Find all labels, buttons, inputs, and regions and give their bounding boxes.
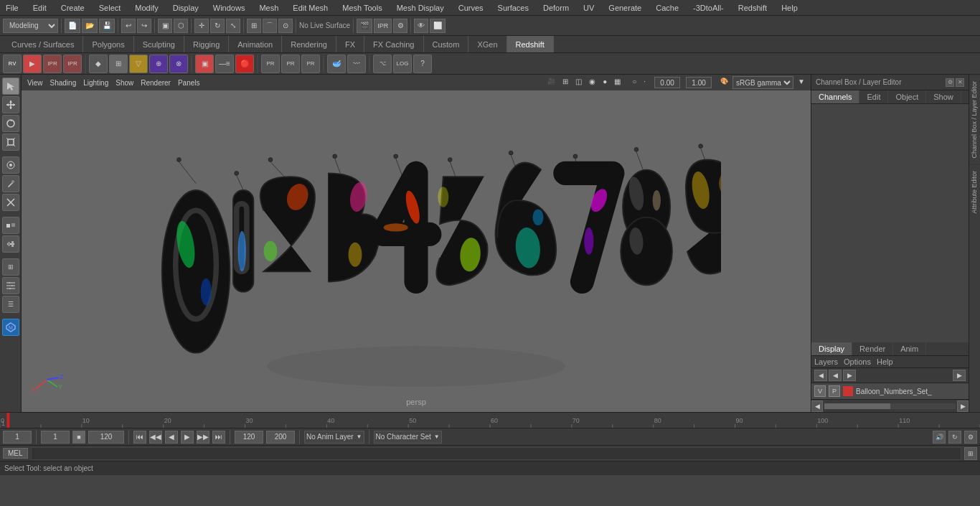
ws-tab-polygons[interactable]: Polygons	[83, 36, 133, 52]
menu-deform[interactable]: Deform	[540, 2, 572, 14]
layer-fwd-btn[interactable]: ▶	[843, 370, 856, 381]
select-tool-btn[interactable]	[2, 78, 19, 95]
no-char-set-dropdown[interactable]: No Character Set	[374, 431, 442, 444]
render-settings-btn[interactable]: ⚙	[393, 19, 407, 33]
vp-vertex[interactable]: ·	[641, 76, 649, 89]
timeline-ruler[interactable]: 1	[0, 413, 980, 428]
color-space-select[interactable]: sRGB gamma	[732, 76, 793, 89]
shelf-icon-code[interactable]: ⌥	[373, 55, 392, 73]
shelf-icon-rs7[interactable]: —≡	[215, 55, 234, 73]
playback-start-btn[interactable]: ⏮	[133, 431, 146, 444]
menu-mesh[interactable]: Mesh	[256, 2, 281, 14]
vp-grid-btn[interactable]: ⊞	[560, 76, 571, 89]
show-menu-btn[interactable]: Show	[113, 76, 136, 89]
attribute-editor-side-label[interactable]: Attribute Editor	[969, 164, 980, 220]
ws-tab-animation[interactable]: Animation	[229, 36, 282, 52]
rotate-btn[interactable]: ↻	[210, 19, 225, 33]
layers-menu-options[interactable]: Options	[844, 357, 871, 366]
current-frame-right-input[interactable]	[41, 431, 70, 444]
menu-surfaces[interactable]: Surfaces	[495, 2, 532, 14]
shelf-icon-wave[interactable]: 〰	[347, 55, 366, 73]
layer-scroll-track[interactable]	[824, 403, 956, 409]
maya-logo-btn[interactable]: M	[2, 319, 19, 336]
menu-generate[interactable]: Generate	[606, 2, 644, 14]
mode-dropdown[interactable]: Modeling Rigging Animation FX Rendering	[3, 19, 58, 33]
menu-file[interactable]: File	[3, 2, 22, 14]
layer-item[interactable]: V P Balloon_Numbers_Set_	[811, 383, 969, 399]
menu-create[interactable]: Create	[58, 2, 88, 14]
audio-btn[interactable]: 🔊	[933, 431, 946, 444]
ws-tab-redshift[interactable]: Redshift	[507, 36, 554, 52]
menu-cache[interactable]: Cache	[653, 2, 682, 14]
move-btn[interactable]: ✛	[194, 19, 209, 33]
shelf-icon-rv[interactable]: RV	[3, 55, 22, 73]
scale-tool-btn[interactable]	[2, 133, 19, 151]
vp-select-all[interactable]: ○	[629, 76, 639, 89]
renderer-menu-btn[interactable]: Renderer	[138, 76, 174, 89]
render-settings-small-btn[interactable]: ⚙	[964, 431, 977, 444]
panel-close-btn[interactable]: ✕	[956, 78, 964, 87]
range-end-input[interactable]	[88, 431, 124, 444]
menu-select[interactable]: Select	[96, 2, 124, 14]
shelf-icon-rs5[interactable]: ⊗	[169, 55, 188, 73]
anim-end-input[interactable]	[266, 431, 295, 444]
ch-tab-channels[interactable]: Channels	[811, 90, 859, 103]
multi-cut-btn[interactable]	[2, 194, 19, 211]
shelf-icon-rs1[interactable]: ◆	[89, 55, 108, 73]
layer-scroll-right-btn[interactable]: ▶	[957, 400, 969, 412]
shelf-icon-rs3[interactable]: ▽	[129, 55, 148, 73]
ws-tab-sculpting[interactable]: Sculpting	[134, 36, 184, 52]
menu-mesh-display[interactable]: Mesh Display	[394, 2, 447, 14]
zoom-input[interactable]	[686, 77, 712, 88]
channel-box-side-label[interactable]: Channel Box / Layer Editor	[969, 75, 980, 164]
dra-tab-render[interactable]: Render	[852, 342, 893, 355]
current-frame-left-input[interactable]	[3, 431, 32, 444]
menu-mesh-tools[interactable]: Mesh Tools	[339, 2, 385, 14]
ipr-btn[interactable]: IPR	[374, 19, 392, 33]
lighting-menu-btn[interactable]: Lighting	[80, 76, 111, 89]
no-anim-layer-dropdown[interactable]: No Anim Layer	[304, 431, 364, 444]
layers-menu-help[interactable]: Help	[877, 357, 893, 366]
ws-tab-rigging[interactable]: Rigging	[184, 36, 229, 52]
playback-play-btn[interactable]: ▶	[181, 431, 194, 444]
script-input[interactable]	[31, 447, 961, 460]
vp-texture-btn[interactable]: ▦	[611, 76, 623, 89]
shelf-icon-bowl[interactable]: 🥣	[327, 55, 346, 73]
timeline-canvas[interactable]	[0, 413, 980, 428]
soft-select-btn[interactable]	[2, 156, 19, 174]
ch-tab-show[interactable]: Show	[926, 90, 961, 103]
ws-tab-xgen[interactable]: XGen	[468, 36, 507, 52]
undo-btn[interactable]: ↩	[121, 19, 136, 33]
frame-indicator-btn[interactable]: ■	[72, 431, 85, 444]
snap-together-btn[interactable]	[2, 217, 19, 234]
menu-modify[interactable]: Modify	[132, 2, 161, 14]
dra-tab-anim[interactable]: Anim	[893, 342, 926, 355]
rotate-tool-btn[interactable]	[2, 115, 19, 132]
display-layers-btn[interactable]: ☰	[2, 296, 19, 313]
menu-windows[interactable]: Windows	[210, 2, 248, 14]
menu-3dtoall[interactable]: -3DtoAll-	[690, 2, 727, 14]
shelf-icon-render[interactable]: ▶	[23, 55, 42, 73]
ch-tab-object[interactable]: Object	[888, 90, 926, 103]
shelf-icon-log[interactable]: LOG	[393, 55, 412, 73]
layers-menu-layers[interactable]: Layers	[814, 357, 838, 366]
new-scene-btn[interactable]: 📄	[65, 19, 80, 33]
snap-point-btn[interactable]: ⊙	[278, 19, 293, 33]
anim-start-input[interactable]	[235, 431, 263, 444]
ws-tab-fx[interactable]: FX	[336, 36, 364, 52]
layer-visibility-btn[interactable]: V	[814, 385, 826, 397]
shelf-icon-ipr2[interactable]: IPR	[63, 55, 82, 73]
ws-tab-custom[interactable]: Custom	[424, 36, 469, 52]
select-btn[interactable]: ▣	[158, 19, 172, 33]
shelf-icon-rs6[interactable]: ▣	[195, 55, 214, 73]
scale-btn[interactable]: ⤡	[226, 19, 240, 33]
color-space-btn[interactable]: 🎨	[717, 76, 731, 89]
vp-camera-btn[interactable]: 🎥	[545, 76, 558, 89]
ws-tab-curves-surfaces[interactable]: Curves / Surfaces	[3, 36, 83, 52]
shelf-icon-help[interactable]: ?	[413, 55, 432, 73]
script-settings-btn[interactable]: ⊞	[964, 447, 977, 460]
shelf-icon-rs2[interactable]: ⊞	[109, 55, 128, 73]
loop-btn[interactable]: ↻	[948, 431, 961, 444]
layer-playback-btn[interactable]: P	[829, 385, 840, 397]
snap-grid-btn[interactable]: ⊞	[247, 19, 261, 33]
